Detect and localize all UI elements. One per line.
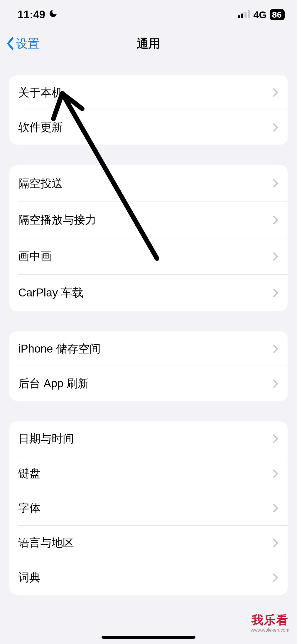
status-left: 11:49 [18, 9, 58, 21]
watermark-main: 我乐看 [251, 612, 289, 628]
row-pip[interactable]: 画中画 [18, 238, 288, 274]
cellular-label: 4G [253, 9, 266, 21]
chevron-right-icon [273, 179, 278, 188]
chevron-right-icon [273, 289, 278, 297]
row-label: iPhone 储存空间 [18, 341, 273, 356]
watermark: 我乐看 www.woleken.com [251, 612, 289, 633]
group-storage: iPhone 储存空间 后台 App 刷新 [9, 331, 288, 401]
row-label: 日期与时间 [18, 431, 273, 446]
back-button[interactable]: 设置 [0, 36, 39, 52]
svg-rect-1 [241, 14, 243, 18]
row-label: 关于本机 [18, 85, 273, 100]
row-storage[interactable]: iPhone 储存空间 [9, 331, 288, 366]
row-about[interactable]: 关于本机 [9, 75, 288, 110]
row-lang-region[interactable]: 语言与地区 [18, 525, 288, 560]
chevron-right-icon [273, 469, 278, 478]
moon-icon [48, 9, 58, 21]
battery-badge: 86 [270, 9, 285, 20]
chevron-right-icon [273, 379, 278, 388]
chevron-right-icon [273, 573, 278, 582]
row-label: 软件更新 [18, 120, 273, 135]
nav-bar: 设置 通用 [0, 29, 297, 58]
row-label: 键盘 [18, 466, 273, 481]
group-about: 关于本机 软件更新 [9, 75, 288, 145]
row-label: 词典 [18, 570, 273, 585]
chevron-right-icon [273, 434, 278, 443]
row-keyboard[interactable]: 键盘 [18, 456, 288, 491]
row-label: 后台 App 刷新 [18, 376, 273, 391]
chevron-left-icon [6, 37, 14, 50]
status-time: 11:49 [18, 9, 45, 21]
group-airdrop: 隔空投送 隔空播放与接力 画中画 CarPlay 车载 [9, 165, 288, 311]
chevron-right-icon [273, 216, 278, 224]
watermark-sub: www.woleken.com [251, 628, 289, 633]
row-label: 隔空投送 [18, 176, 273, 191]
status-right: 4G 86 [238, 9, 285, 21]
group-system: 日期与时间 键盘 字体 语言与地区 词典 [9, 421, 288, 595]
row-label: 隔空播放与接力 [18, 212, 273, 227]
status-bar: 11:49 4G 86 [0, 0, 297, 29]
row-label: 字体 [18, 501, 273, 516]
row-software-update[interactable]: 软件更新 [18, 110, 288, 145]
svg-rect-3 [248, 10, 250, 18]
back-label: 设置 [16, 36, 39, 52]
chevron-right-icon [273, 88, 278, 97]
row-carplay[interactable]: CarPlay 车载 [18, 274, 288, 311]
page-title: 通用 [0, 36, 297, 52]
chevron-right-icon [273, 252, 278, 261]
row-label: 画中画 [18, 249, 273, 264]
row-airdrop[interactable]: 隔空投送 [9, 165, 288, 202]
row-label: 语言与地区 [18, 535, 273, 550]
chevron-right-icon [273, 504, 278, 513]
row-label: CarPlay 车载 [18, 285, 273, 300]
row-airplay[interactable]: 隔空播放与接力 [18, 202, 288, 238]
row-fonts[interactable]: 字体 [18, 491, 288, 525]
svg-rect-2 [244, 12, 247, 18]
cellular-signal-icon [238, 9, 250, 21]
settings-list: 关于本机 软件更新 隔空投送 隔空播放与接力 画中画 [0, 75, 297, 595]
row-dictionary[interactable]: 词典 [18, 560, 288, 595]
row-bg-refresh[interactable]: 后台 App 刷新 [18, 366, 288, 401]
chevron-right-icon [273, 539, 278, 547]
chevron-right-icon [273, 344, 278, 353]
battery-percent: 86 [272, 10, 282, 20]
home-indicator [102, 636, 195, 639]
svg-rect-0 [238, 15, 240, 18]
chevron-right-icon [273, 123, 278, 132]
row-date-time[interactable]: 日期与时间 [9, 421, 288, 456]
